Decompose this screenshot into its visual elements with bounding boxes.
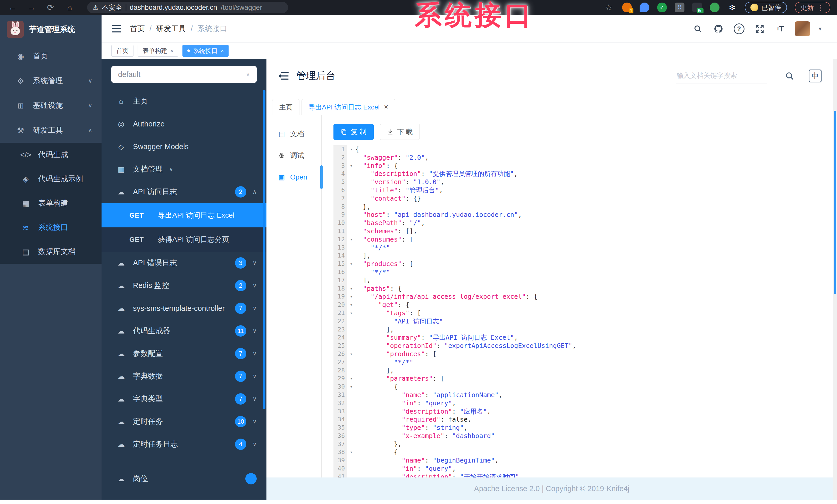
page-scrollbar-thumb[interactable] [834, 111, 836, 294]
code-line: 24 "summary": "导出API 访问日志 Excel", [334, 334, 837, 342]
update-button[interactable]: 更新 ⋮ [795, 2, 830, 13]
fold-arrow-icon[interactable]: ▾ [348, 383, 355, 391]
reload-icon[interactable]: ⟳ [45, 3, 56, 12]
close-icon[interactable]: × [170, 48, 174, 54]
doc-tab[interactable]: 主页 [272, 99, 300, 115]
sidebar-item[interactable]: ▦表单构建 [0, 191, 102, 215]
help-icon[interactable]: ? [733, 23, 745, 35]
copy-button[interactable]: 复 制 [334, 124, 374, 140]
page-scrollbar[interactable] [833, 59, 837, 500]
sidebar-item-active[interactable]: ≋系统接口 [0, 215, 102, 240]
extension-icon[interactable]: ✻ [727, 3, 737, 12]
api-operation-active[interactable]: GET导出API 访问日志 Excel [102, 203, 266, 227]
sidebar-item[interactable]: ◈代码生成示例 [0, 167, 102, 191]
fold-arrow-icon[interactable]: ▾ [348, 448, 355, 456]
doc-search-icon[interactable] [785, 71, 794, 81]
side-tab-open[interactable]: ▣Open [266, 167, 321, 187]
api-nav-item[interactable]: ☁API 错误日志3∨ [102, 251, 266, 274]
close-icon[interactable]: ✕ [384, 104, 388, 111]
sidebar-scrollbar[interactable] [263, 90, 265, 409]
doc-tab-label: 导出API 访问日志 Excel [308, 103, 379, 112]
tag-chip[interactable]: 首页 [111, 45, 133, 57]
fold-arrow-icon[interactable]: ▾ [348, 162, 355, 170]
extension-icon[interactable]: ✓ [657, 3, 667, 12]
extension-icon[interactable]: 1 [622, 3, 632, 12]
breadcrumb-item[interactable]: 系统接口 [197, 24, 227, 34]
doc-search-input[interactable] [676, 71, 767, 80]
sidebar-item[interactable]: ▤数据库文档 [0, 240, 102, 264]
api-operation[interactable]: GET获得API 访问日志分页 [102, 227, 266, 251]
doc-tab-active[interactable]: 导出API 访问日志 Excel✕ [302, 99, 395, 115]
sidebar-nav: ◉首页⚙系统管理∨⊞基础设施∨⚒研发工具∧</>代码生成◈代码生成示例▦表单构建… [0, 44, 102, 264]
fold-arrow-icon[interactable]: ▾ [348, 301, 355, 309]
fold-arrow-icon[interactable]: ▾ [348, 284, 355, 293]
sidebar-item-label: 基础设施 [33, 100, 63, 111]
caret-down-icon[interactable]: ▾ [819, 25, 821, 32]
api-nav-item[interactable]: ☁Redis 监控2∨ [102, 274, 266, 297]
fold-arrow-icon[interactable]: ▾ [348, 145, 355, 153]
api-nav-item[interactable]: ☁定时任务10∨ [102, 410, 266, 433]
sidebar-item[interactable]: ⊞基础设施∨ [0, 93, 102, 118]
tag-chip-active[interactable]: 系统接口× [182, 45, 229, 57]
fold-arrow-icon[interactable]: ▾ [348, 374, 355, 383]
line-number: 2 [334, 153, 348, 162]
api-nav-item[interactable]: ▥文档管理∨ [102, 158, 266, 181]
github-icon[interactable] [713, 23, 724, 35]
api-nav-item[interactable]: ☁参数配置7∨ [102, 342, 266, 365]
extension-icon[interactable]: 6n [692, 3, 702, 12]
sidebar-item[interactable]: ◉首页 [0, 44, 102, 69]
app-logo[interactable]: 芋道管理系统 [0, 15, 102, 44]
api-nav-item[interactable]: ◎Authorize [102, 113, 266, 135]
fold-arrow-icon[interactable]: ▾ [348, 260, 355, 268]
fold-gutter [348, 186, 355, 194]
cloud-icon: ☁ [116, 350, 126, 358]
forward-icon[interactable]: → [26, 3, 37, 12]
extension-icon[interactable]: ⠿ [675, 3, 684, 12]
fold-arrow-icon[interactable]: ▾ [348, 293, 355, 301]
api-nav-item[interactable]: ☁岗位 [102, 467, 266, 490]
breadcrumb-item[interactable]: 首页 [130, 24, 145, 34]
side-tab-调试[interactable]: 调试 [266, 146, 321, 165]
api-nav-item[interactable]: ☁API 访问日志2∧ [102, 181, 266, 203]
user-avatar[interactable] [795, 21, 810, 36]
api-nav-item[interactable]: ⌂主页 [102, 90, 266, 113]
api-nav-item[interactable]: ☁定时任务日志4∨ [102, 433, 266, 455]
code-text: "paths": { [355, 284, 402, 293]
extension-icon[interactable] [710, 3, 719, 12]
api-nav-item[interactable]: ◇Swagger Models [102, 135, 266, 158]
fold-arrow-icon[interactable]: ▾ [348, 350, 355, 358]
code-line: 12▾ "consumes": [ [334, 236, 837, 244]
api-nav-item[interactable]: ☁字典类型7∨ [102, 388, 266, 410]
api-nav-item[interactable]: ☁字典数据7∨ [102, 365, 266, 388]
close-icon[interactable]: × [221, 48, 224, 54]
sidebar-item[interactable]: ⚒研发工具∧ [0, 118, 102, 143]
back-icon[interactable]: ← [7, 3, 18, 12]
language-toggle[interactable]: 中 [809, 70, 821, 82]
code-editor[interactable]: 1▾{2 "swagger": "2.0",3▾ "info": {4 "des… [334, 145, 837, 478]
api-nav-item[interactable]: ☁代码生成器11∨ [102, 320, 266, 342]
tag-chip[interactable]: 表单构建× [138, 45, 178, 57]
download-button[interactable]: 下 载 [380, 124, 420, 140]
search-icon[interactable] [692, 23, 704, 35]
font-size-icon[interactable]: тT [774, 23, 786, 35]
group-select[interactable]: default ∨ [111, 66, 257, 83]
extension-icon[interactable] [640, 3, 649, 12]
home-icon[interactable]: ⌂ [64, 3, 75, 12]
line-number: 32 [334, 399, 348, 407]
fullscreen-icon[interactable] [754, 23, 766, 35]
http-method-label: GET [129, 236, 144, 244]
address-bar[interactable]: ⚠ 不安全 dashboard.yudao.iocoder.cn/tool/sw… [87, 2, 288, 13]
fold-gutter [348, 415, 355, 424]
sidebar-item[interactable]: ⚙系统管理∨ [0, 69, 102, 93]
collapse-menu-icon[interactable] [278, 72, 289, 80]
fold-arrow-icon[interactable]: ▾ [348, 236, 355, 244]
hamburger-icon[interactable] [112, 25, 121, 33]
fold-gutter [348, 317, 355, 325]
paused-button[interactable]: 已暂停 [745, 2, 787, 13]
bookmark-star-icon[interactable]: ☆ [603, 3, 615, 12]
fold-arrow-icon[interactable]: ▾ [348, 309, 355, 317]
api-nav-item[interactable]: ☁sys-sms-template-controller7∨ [102, 297, 266, 320]
sidebar-item[interactable]: </>代码生成 [0, 143, 102, 167]
side-tab-文档[interactable]: ▤文档 [266, 124, 321, 144]
breadcrumb-item[interactable]: 研发工具 [156, 24, 186, 34]
